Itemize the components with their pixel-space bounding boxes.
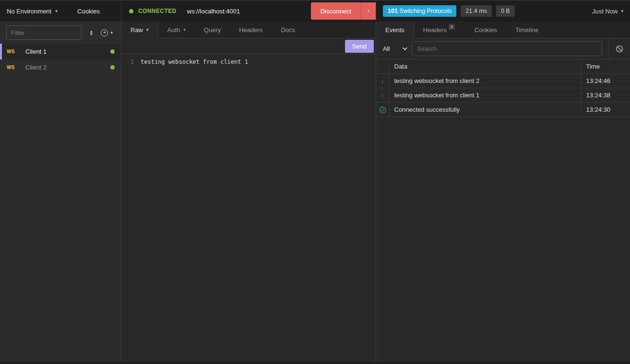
tab-docs[interactable]: Docs xyxy=(272,22,304,38)
tab-label: Cookies xyxy=(475,26,497,34)
connection-status-dot xyxy=(110,65,115,70)
event-row[interactable]: ↓ testing websocket from client 2 13:24:… xyxy=(376,74,630,88)
event-data: testing websocket from client 1 xyxy=(389,88,581,103)
data-column-header: Data xyxy=(389,59,581,74)
websocket-url[interactable]: ws://localhost:4001 xyxy=(187,8,240,15)
sidebar-item-client-2[interactable]: WS Client 2 xyxy=(0,59,121,75)
chevron-down-icon: ▾ xyxy=(110,31,113,35)
request-pane: CONNECTED ws://localhost:4001 Disconnect… xyxy=(121,0,376,362)
time-column-header: Time xyxy=(581,59,630,74)
tab-query[interactable]: Query xyxy=(195,22,230,38)
event-data: Connected successfully xyxy=(389,103,581,117)
response-history-dropdown[interactable]: Just Now ▾ xyxy=(592,8,623,15)
clear-events-button[interactable] xyxy=(608,38,630,59)
cookies-button[interactable]: Cookies xyxy=(77,8,100,15)
tab-label: Events xyxy=(385,26,404,34)
tab-label: Raw xyxy=(131,26,143,34)
tab-label: Timeline xyxy=(515,26,539,34)
connection-status-dot xyxy=(110,49,115,54)
status-code: 101 xyxy=(388,8,398,14)
plus-circle-icon: + xyxy=(101,29,108,36)
disconnect-split-button: Disconnect ▾ xyxy=(311,2,376,20)
tab-auth[interactable]: Auth ▾ xyxy=(158,22,195,38)
chevron-down-icon: ▾ xyxy=(368,9,370,13)
message-sent-icon: ↑ xyxy=(381,92,384,99)
response-pane: 101 Switching Protocols 21.4 ms 0 B Just… xyxy=(376,0,630,362)
events-table: Data Time ↓ testing websocket from clien… xyxy=(376,59,630,117)
connection-status-label: CONNECTED xyxy=(138,8,177,14)
tab-cookies[interactable]: Cookies xyxy=(465,22,506,38)
disconnect-dropdown-button[interactable]: ▾ xyxy=(361,2,376,20)
response-tabbar: Events Headers5 Cookies Timeline xyxy=(376,22,630,38)
request-tabbar: Raw ▾ Auth ▾ Query Headers Docs xyxy=(121,22,376,38)
request-url-bar: CONNECTED ws://localhost:4001 Disconnect… xyxy=(121,0,376,22)
tab-events[interactable]: Events xyxy=(376,22,414,38)
sort-down-glyph: ▾ xyxy=(90,33,93,35)
status-badge: 101 Switching Protocols xyxy=(383,5,456,17)
events-filter-row: All xyxy=(376,38,630,59)
event-row[interactable]: ↑ testing websocket from client 1 13:24:… xyxy=(376,88,630,103)
event-row[interactable]: Connected successfully 13:24:30 xyxy=(376,103,630,117)
editor-content: testing websocket from client 1 xyxy=(141,59,248,362)
recency-label: Just Now xyxy=(592,8,618,15)
message-editor[interactable]: 1 testing websocket from client 1 xyxy=(121,54,376,362)
headers-count-badge: 5 xyxy=(449,24,455,30)
event-type-select[interactable]: All xyxy=(383,45,412,52)
response-time-badge: 21.4 ms xyxy=(461,5,491,17)
event-time: 13:24:46 xyxy=(581,74,630,88)
tab-label: Headers xyxy=(239,26,262,34)
environment-selector[interactable]: No Environment ▾ xyxy=(7,8,58,15)
ban-icon xyxy=(616,45,623,53)
tab-label: Headers xyxy=(423,26,447,34)
icon-column-header xyxy=(376,59,389,74)
chevron-down-icon: ▾ xyxy=(146,28,149,32)
chevron-down-icon: ▾ xyxy=(621,9,623,13)
event-data: testing websocket from client 2 xyxy=(389,74,581,88)
send-button[interactable]: Send xyxy=(345,40,374,53)
events-search-input[interactable] xyxy=(412,41,602,56)
response-size-badge: 0 B xyxy=(496,5,515,17)
app-window: No Environment ▾ Cookies ▴ ▾ + ▾ WS Clie… xyxy=(0,0,630,364)
tab-body-type[interactable]: Raw ▾ xyxy=(121,22,158,38)
sidebar: No Environment ▾ Cookies ▴ ▾ + ▾ WS Clie… xyxy=(0,0,121,362)
sort-icon[interactable]: ▴ ▾ xyxy=(90,30,93,35)
event-time: 13:24:30 xyxy=(581,103,630,117)
tab-label: Auth xyxy=(167,26,180,34)
chevron-down-icon: ▾ xyxy=(183,28,186,32)
response-status-bar: 101 Switching Protocols 21.4 ms 0 B Just… xyxy=(376,0,630,22)
events-table-header: Data Time xyxy=(376,59,630,74)
add-request-button[interactable]: + ▾ xyxy=(101,29,113,36)
tab-label: Query xyxy=(204,26,221,34)
line-number: 1 xyxy=(121,59,141,362)
request-name: Client 1 xyxy=(25,48,110,55)
tab-headers[interactable]: Headers xyxy=(230,22,272,38)
tab-label: Docs xyxy=(281,26,295,34)
disconnect-button[interactable]: Disconnect xyxy=(311,2,361,20)
event-type-value: All xyxy=(383,45,390,52)
send-row: Send xyxy=(121,38,376,54)
chevron-down-icon: ▾ xyxy=(55,9,58,13)
check-circle-icon xyxy=(379,106,386,114)
ws-method-tag: WS xyxy=(7,49,19,54)
filter-input[interactable] xyxy=(6,25,82,40)
event-time: 13:24:38 xyxy=(581,88,630,103)
request-name: Client 2 xyxy=(25,64,110,71)
sidebar-filter-row: ▴ ▾ + ▾ xyxy=(0,22,121,44)
request-list: WS Client 1 WS Client 2 xyxy=(0,44,121,75)
ws-method-tag: WS xyxy=(7,65,19,70)
environment-label: No Environment xyxy=(7,8,51,15)
chevron-down-icon xyxy=(403,46,407,50)
sidebar-item-client-1[interactable]: WS Client 1 xyxy=(0,44,121,59)
status-text: Switching Protocols xyxy=(399,8,452,14)
tab-response-headers[interactable]: Headers5 xyxy=(414,22,465,38)
sidebar-header: No Environment ▾ Cookies xyxy=(0,0,121,22)
connected-dot-icon xyxy=(129,9,133,13)
tab-timeline[interactable]: Timeline xyxy=(506,22,548,38)
message-received-icon: ↓ xyxy=(381,77,384,84)
